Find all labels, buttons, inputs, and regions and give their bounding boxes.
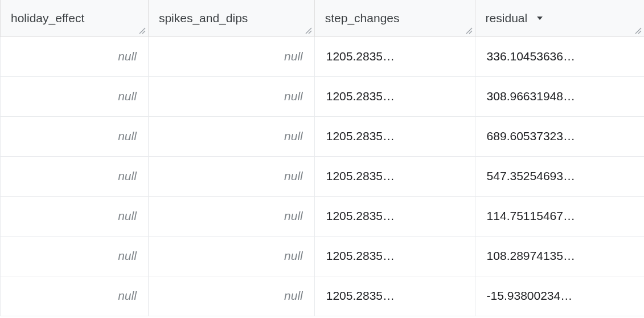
column-header-step-changes[interactable]: step_changes [314, 0, 475, 36]
results-table: holiday_effect spikes_and_dips step_chan… [0, 0, 644, 316]
cell-residual: 547.35254693… [475, 156, 644, 196]
svg-line-2 [306, 28, 311, 34]
cell-holiday-effect: null [1, 116, 149, 156]
resize-handle-icon[interactable] [304, 26, 313, 35]
cell-step-changes: 1205.2835… [314, 156, 475, 196]
svg-line-6 [635, 28, 641, 34]
table-row[interactable]: null null 1205.2835… 336.10453636… [1, 36, 645, 76]
cell-holiday-effect: null [1, 76, 149, 116]
column-header-holiday-effect[interactable]: holiday_effect [1, 0, 149, 36]
resize-handle-icon[interactable] [138, 26, 147, 35]
sort-descending-icon[interactable] [535, 14, 544, 23]
cell-spikes-and-dips: null [148, 156, 314, 196]
column-header-spikes-and-dips[interactable]: spikes_and_dips [148, 0, 314, 36]
cell-spikes-and-dips: null [148, 196, 314, 236]
cell-spikes-and-dips: null [148, 116, 314, 156]
cell-spikes-and-dips: null [148, 76, 314, 116]
cell-holiday-effect: null [1, 156, 149, 196]
cell-residual: 308.96631948… [475, 76, 644, 116]
table-row[interactable]: null null 1205.2835… -15.93800234… [1, 276, 645, 316]
resize-handle-icon[interactable] [465, 26, 474, 35]
table-row[interactable]: null null 1205.2835… 547.35254693… [1, 156, 645, 196]
cell-residual: 336.10453636… [475, 36, 644, 76]
cell-step-changes: 1205.2835… [314, 36, 475, 76]
svg-line-4 [466, 28, 472, 34]
cell-holiday-effect: null [1, 236, 149, 276]
cell-residual: -15.93800234… [475, 276, 644, 316]
resize-handle-icon[interactable] [634, 26, 643, 35]
column-header-residual[interactable]: residual [475, 0, 644, 36]
cell-spikes-and-dips: null [148, 276, 314, 316]
cell-residual: 689.60537323… [475, 116, 644, 156]
cell-holiday-effect: null [1, 196, 149, 236]
cell-step-changes: 1205.2835… [314, 76, 475, 116]
svg-line-5 [469, 31, 472, 34]
column-label: holiday_effect [11, 11, 84, 25]
cell-step-changes: 1205.2835… [314, 276, 475, 316]
cell-step-changes: 1205.2835… [314, 236, 475, 276]
cell-holiday-effect: null [1, 36, 149, 76]
column-label: residual [486, 11, 528, 25]
header-row: holiday_effect spikes_and_dips step_chan… [1, 0, 645, 36]
cell-spikes-and-dips: null [148, 236, 314, 276]
column-label: step_changes [325, 11, 400, 25]
cell-step-changes: 1205.2835… [314, 116, 475, 156]
svg-line-1 [142, 31, 145, 34]
cell-spikes-and-dips: null [148, 36, 314, 76]
column-label: spikes_and_dips [159, 11, 248, 25]
cell-residual: 114.75115467… [475, 196, 644, 236]
table-row[interactable]: null null 1205.2835… 108.28974135… [1, 236, 645, 276]
svg-line-3 [309, 31, 311, 34]
svg-line-7 [638, 31, 641, 34]
cell-residual: 108.28974135… [475, 236, 644, 276]
cell-step-changes: 1205.2835… [314, 196, 475, 236]
cell-holiday-effect: null [1, 276, 149, 316]
table-row[interactable]: null null 1205.2835… 308.96631948… [1, 76, 645, 116]
table-row[interactable]: null null 1205.2835… 114.75115467… [1, 196, 645, 236]
svg-line-0 [140, 28, 145, 34]
table-row[interactable]: null null 1205.2835… 689.60537323… [1, 116, 645, 156]
